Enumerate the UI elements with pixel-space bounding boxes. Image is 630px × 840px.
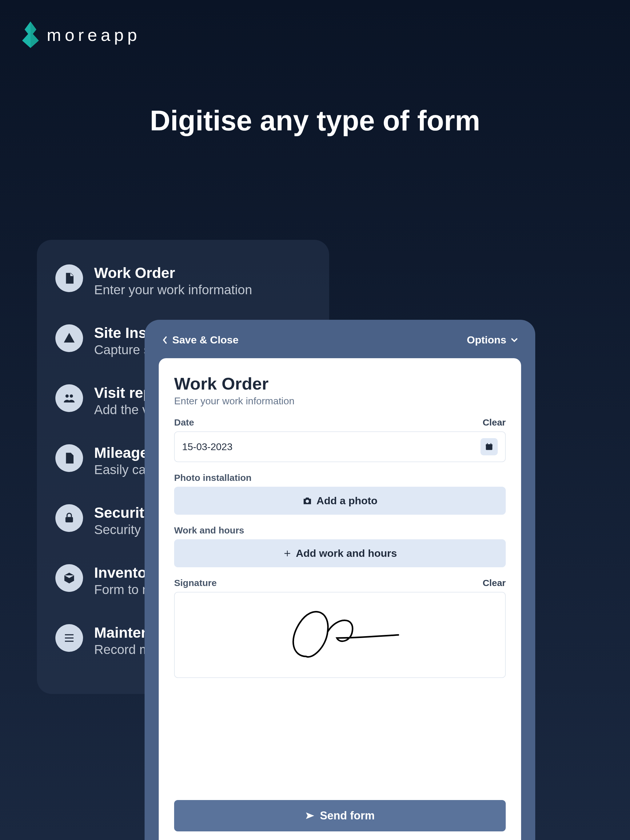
add-work-label: Add work and hours bbox=[296, 547, 397, 559]
options-label: Options bbox=[467, 334, 507, 346]
send-form-button[interactable]: Send form bbox=[174, 800, 506, 831]
add-work-button[interactable]: Add work and hours bbox=[174, 539, 506, 567]
send-form-label: Send form bbox=[320, 809, 375, 822]
signature-label: Signature bbox=[174, 578, 217, 588]
svg-rect-8 bbox=[487, 443, 488, 445]
svg-rect-9 bbox=[491, 443, 491, 445]
form-title: Work Order bbox=[174, 374, 506, 393]
phone-mockup: Save & Close Options Work Order Enter yo… bbox=[144, 320, 535, 840]
chevron-left-icon bbox=[162, 336, 168, 344]
svg-rect-4 bbox=[65, 637, 73, 639]
calendar-icon bbox=[485, 442, 494, 451]
svg-rect-5 bbox=[65, 641, 73, 642]
send-icon bbox=[305, 812, 315, 820]
svg-rect-7 bbox=[486, 444, 492, 446]
brand-name: moreapp bbox=[47, 25, 141, 45]
group-icon bbox=[55, 384, 83, 412]
lines-icon bbox=[55, 624, 83, 652]
form-subtitle: Enter your work information bbox=[174, 395, 506, 407]
svg-point-0 bbox=[65, 395, 69, 398]
list-item-title: Work Order bbox=[94, 264, 252, 281]
file-icon bbox=[55, 264, 83, 292]
save-close-label: Save & Close bbox=[172, 334, 238, 346]
signature-drawing bbox=[275, 604, 405, 666]
leaf-icon bbox=[22, 22, 40, 48]
file-icon bbox=[55, 444, 83, 472]
page-headline: Digitise any type of form bbox=[0, 104, 630, 137]
save-close-button[interactable]: Save & Close bbox=[162, 334, 238, 346]
svg-point-1 bbox=[70, 395, 73, 398]
signature-input[interactable] bbox=[174, 592, 506, 678]
form-card: Work Order Enter your work information D… bbox=[159, 358, 521, 840]
options-button[interactable]: Options bbox=[467, 334, 518, 346]
chevron-down-icon bbox=[511, 338, 518, 343]
list-item-subtitle: Enter your work information bbox=[94, 283, 252, 297]
add-photo-label: Add a photo bbox=[317, 495, 377, 507]
signature-clear-button[interactable]: Clear bbox=[483, 578, 506, 588]
lock-icon bbox=[55, 504, 83, 532]
list-item-work-order[interactable]: Work Order Enter your work information bbox=[55, 264, 311, 297]
add-photo-button[interactable]: Add a photo bbox=[174, 487, 506, 515]
date-value: 15-03-2023 bbox=[182, 441, 233, 453]
svg-point-10 bbox=[306, 500, 309, 503]
warning-icon bbox=[55, 324, 83, 352]
svg-rect-3 bbox=[65, 634, 73, 636]
calendar-button[interactable] bbox=[481, 438, 498, 455]
plus-icon bbox=[283, 549, 291, 558]
date-clear-button[interactable]: Clear bbox=[483, 417, 506, 428]
date-input[interactable]: 15-03-2023 bbox=[174, 431, 506, 462]
work-label: Work and hours bbox=[174, 525, 506, 535]
photo-label: Photo installation bbox=[174, 472, 506, 483]
camera-icon bbox=[302, 497, 312, 505]
svg-rect-2 bbox=[65, 517, 73, 523]
cube-icon bbox=[55, 564, 83, 592]
brand-logo: moreapp bbox=[22, 22, 141, 48]
date-label: Date bbox=[174, 417, 194, 428]
